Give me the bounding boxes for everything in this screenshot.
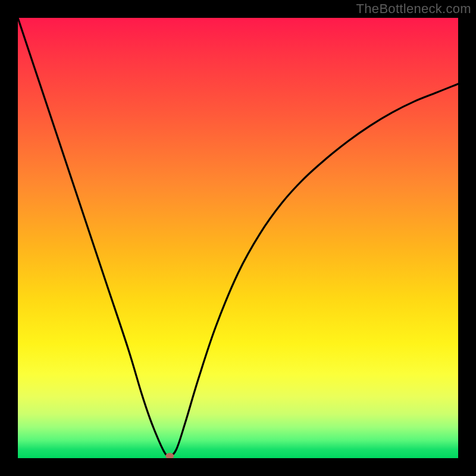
watermark-text: TheBottleneck.com [356,1,471,17]
curve-svg [18,18,458,458]
plot-area [18,18,458,458]
bottleneck-curve [18,18,458,456]
chart-frame: TheBottleneck.com [0,0,476,476]
